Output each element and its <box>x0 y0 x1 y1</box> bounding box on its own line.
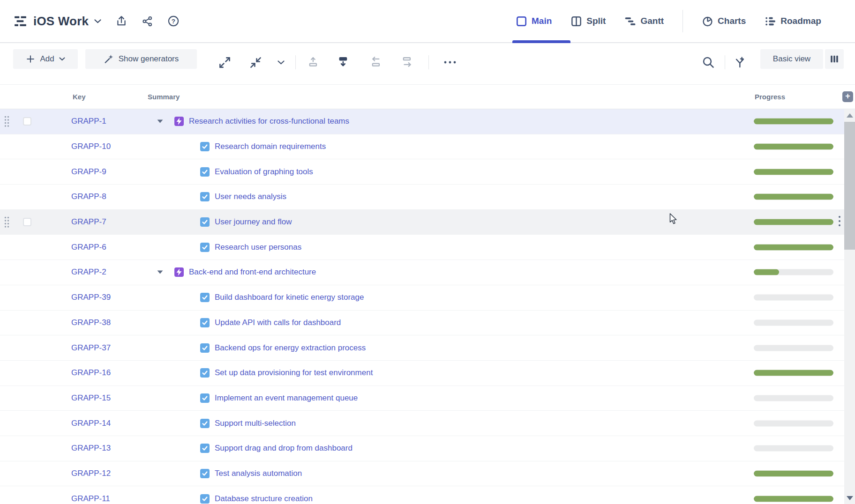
issue-summary-link[interactable]: Support multi-selection <box>215 419 296 428</box>
chevron-down-icon <box>59 57 65 61</box>
key-cell: GRAPP-39 <box>71 293 111 302</box>
row-checkbox[interactable] <box>23 218 31 226</box>
collapse-caret-icon[interactable] <box>157 270 164 274</box>
structure-switcher-chevron-icon[interactable] <box>94 19 101 23</box>
issue-summary-link[interactable]: Support drag and drop from dashboard <box>215 444 352 453</box>
table-row[interactable]: GRAPP-13 Support drag and drop from dash… <box>0 436 844 461</box>
scrollbar-thumb[interactable] <box>844 122 855 250</box>
row-checkbox[interactable] <box>23 117 31 126</box>
table-row[interactable]: GRAPP-15 Implement an event management q… <box>0 386 844 411</box>
toolbar: Add Show generators <box>0 43 855 85</box>
transformations-icon[interactable] <box>732 54 748 70</box>
table-row[interactable]: GRAPP-9 Evaluation of graphing tools <box>0 159 844 185</box>
progress-bar <box>754 370 833 376</box>
collapse-caret-icon[interactable] <box>157 119 164 123</box>
issue-key-link[interactable]: GRAPP-14 <box>71 419 111 428</box>
insert-below-icon[interactable] <box>336 54 352 70</box>
issue-summary-link[interactable]: Test analysis automation <box>215 469 302 478</box>
column-header-progress[interactable]: Progress <box>755 85 785 109</box>
column-header-summary[interactable]: Summary <box>148 85 180 109</box>
view-selector-button[interactable]: Basic view <box>760 49 823 69</box>
issue-summary-link[interactable]: Back-end and front-end architecture <box>189 267 316 277</box>
issue-summary-link[interactable]: Research domain requirements <box>215 142 326 151</box>
issue-key-link[interactable]: GRAPP-1 <box>71 117 106 126</box>
table-row[interactable]: GRAPP-37 Backend ops for energy extracti… <box>0 335 844 361</box>
issue-summary-link[interactable]: Set up data provisioning for test enviro… <box>215 368 373 378</box>
indent-icon[interactable] <box>399 54 415 70</box>
table-row[interactable]: GRAPP-6 Research user personas <box>0 235 844 260</box>
outdent-icon[interactable] <box>368 54 384 70</box>
issue-key-link[interactable]: GRAPP-2 <box>71 267 106 276</box>
key-cell: GRAPP-14 <box>71 419 111 428</box>
tab-gantt[interactable]: Gantt <box>624 15 664 27</box>
share-icon[interactable] <box>142 15 153 27</box>
progress-bar <box>754 420 833 426</box>
issue-summary-link[interactable]: Database structure creation <box>215 494 313 504</box>
issue-key-link[interactable]: GRAPP-16 <box>71 368 111 377</box>
table-row[interactable]: GRAPP-11 Database structure creation <box>0 486 844 504</box>
issue-key-link[interactable]: GRAPP-11 <box>71 494 110 503</box>
table-row[interactable]: GRAPP-16 Set up data provisioning for te… <box>0 361 844 386</box>
issue-summary-link[interactable]: User needs analysis <box>215 192 286 201</box>
add-button[interactable]: Add <box>13 49 78 69</box>
table-row[interactable]: GRAPP-1 Research activities for cross-fu… <box>0 109 844 134</box>
issue-key-link[interactable]: GRAPP-6 <box>71 243 106 252</box>
issue-summary-link[interactable]: Research user personas <box>215 243 301 252</box>
tab-split[interactable]: Split <box>570 15 606 27</box>
magic-wand-icon <box>104 54 114 64</box>
drag-handle-icon[interactable] <box>4 115 10 128</box>
scroll-down-button[interactable] <box>844 492 855 504</box>
tab-charts[interactable]: Charts <box>702 15 746 27</box>
drag-handle-icon[interactable] <box>4 216 10 229</box>
column-header-key[interactable]: Key <box>73 85 86 109</box>
tab-main[interactable]: Main <box>516 15 552 27</box>
tab-roadmap[interactable]: Roadmap <box>765 15 821 27</box>
row-controls <box>4 210 31 235</box>
issue-key-link[interactable]: GRAPP-9 <box>71 167 106 176</box>
issue-summary-link[interactable]: Build dashboard for kinetic energy stora… <box>215 293 364 302</box>
issue-key-link[interactable]: GRAPP-7 <box>71 217 106 226</box>
progress-cell <box>754 144 833 150</box>
scroll-up-button[interactable] <box>844 109 855 121</box>
progress-bar <box>754 496 833 502</box>
vertical-scrollbar[interactable] <box>844 109 855 504</box>
issue-key-link[interactable]: GRAPP-37 <box>71 343 111 352</box>
table-row[interactable]: GRAPP-2 Back-end and front-end architect… <box>0 260 844 285</box>
table-row[interactable]: GRAPP-14 Support multi-selection <box>0 411 844 436</box>
search-icon[interactable] <box>700 54 716 70</box>
issue-table: GRAPP-1 Research activities for cross-fu… <box>0 109 844 504</box>
collapse-all-icon[interactable] <box>248 54 263 70</box>
issue-key-link[interactable]: GRAPP-39 <box>71 293 111 302</box>
columns-icon[interactable] <box>825 49 844 69</box>
issue-summary-link[interactable]: User journey and flow <box>215 217 292 227</box>
row-menu-icon[interactable] <box>838 215 841 229</box>
help-icon[interactable]: ? <box>167 15 180 27</box>
move-up-icon[interactable] <box>306 54 322 70</box>
issue-key-link[interactable]: GRAPP-15 <box>71 393 111 402</box>
expand-options-chevron-icon[interactable] <box>275 54 287 70</box>
more-actions-icon[interactable] <box>440 54 460 70</box>
issue-summary-link[interactable]: Research activities for cross-functional… <box>189 117 349 126</box>
add-button-label: Add <box>40 54 54 64</box>
progress-bar <box>754 319 833 326</box>
summary-cell: Implement an event management queue <box>157 393 358 403</box>
issue-key-link[interactable]: GRAPP-10 <box>71 142 111 151</box>
issue-key-link[interactable]: GRAPP-12 <box>71 469 111 478</box>
issue-summary-link[interactable]: Update API with calls for dashboard <box>215 318 341 327</box>
table-row[interactable]: GRAPP-8 User needs analysis <box>0 185 844 210</box>
issue-summary-link[interactable]: Backend ops for energy extraction proces… <box>215 343 366 353</box>
table-row[interactable]: GRAPP-7 User journey and flow <box>0 210 844 235</box>
table-row[interactable]: GRAPP-12 Test analysis automation <box>0 461 844 487</box>
issue-summary-link[interactable]: Implement an event management queue <box>215 393 358 403</box>
show-generators-button[interactable]: Show generators <box>85 49 197 69</box>
issue-summary-link[interactable]: Evaluation of graphing tools <box>215 167 313 177</box>
issue-key-link[interactable]: GRAPP-8 <box>71 192 106 201</box>
export-icon[interactable] <box>115 15 128 27</box>
add-column-button[interactable]: + <box>842 91 853 102</box>
table-row[interactable]: GRAPP-38 Update API with calls for dashb… <box>0 311 844 336</box>
table-row[interactable]: GRAPP-39 Build dashboard for kinetic ene… <box>0 285 844 311</box>
issue-key-link[interactable]: GRAPP-13 <box>71 444 111 452</box>
issue-key-link[interactable]: GRAPP-38 <box>71 318 111 327</box>
table-row[interactable]: GRAPP-10 Research domain requirements <box>0 134 844 160</box>
expand-all-icon[interactable] <box>217 54 232 70</box>
